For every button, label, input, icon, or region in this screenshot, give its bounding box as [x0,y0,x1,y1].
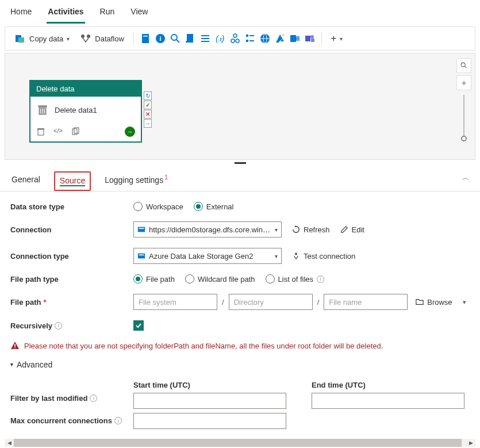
zoom-handle[interactable] [461,136,467,141]
connection-type-label: Connection type [10,252,133,261]
activity-toolbar: Copy data ▾ Dataflow i (𝑥) + ▾ [5,26,475,51]
info-icon[interactable]: i [90,395,97,402]
tasks-icon[interactable] [244,33,256,44]
svg-rect-42 [138,254,145,259]
teams-icon[interactable] [304,33,316,44]
panel-tab-source[interactable]: Source [60,176,85,186]
delete-icon[interactable] [36,127,45,136]
notebook-icon[interactable] [140,33,151,44]
script-icon[interactable] [185,33,196,44]
chevron-down-icon: ▾ [10,361,13,367]
browse-button[interactable]: Browse [416,298,452,307]
pipeline-canvas[interactable]: Delete data Delete data1 </> → ↻ ✓ ✕ → + [5,53,475,160]
warning-message: Please note that you are not specifying … [10,341,470,350]
chevron-down-icon: ▾ [340,36,343,42]
connection-type-dropdown[interactable]: Azure Data Lake Storage Gen2 ▾ [133,248,282,264]
start-time-label: Start time (UTC) [133,381,286,389]
svg-rect-45 [14,347,16,349]
svg-rect-24 [290,35,296,42]
dataflow-icon [80,33,91,44]
zoom-search-button[interactable] [456,58,471,73]
toolbar-separator [133,32,134,45]
svg-point-3 [87,35,90,38]
datalake-icon [137,252,145,260]
code-icon[interactable]: </> [53,127,63,136]
svg-rect-17 [246,35,248,37]
copy-icon[interactable] [71,127,80,136]
globe-icon[interactable] [259,33,271,44]
test-connection-button[interactable]: Test connection [292,252,355,261]
directory-input[interactable] [229,294,313,310]
azure-icon[interactable] [274,33,286,44]
source-tab-highlight: Source [54,171,91,191]
radio-file-path[interactable]: File path [133,274,175,284]
handle-success-icon[interactable]: ✓ [144,101,152,109]
source-settings-form: Data store type Workspace External Conne… [0,192,480,443]
recursively-checkbox[interactable] [133,320,144,331]
radio-external[interactable]: External [194,202,234,211]
data-store-type-label: Data store type [10,202,133,211]
copy-data-icon [14,33,26,44]
list-icon[interactable] [199,33,211,44]
top-tab-view[interactable]: View [129,5,149,24]
activity-delete-data[interactable]: Delete data Delete data1 </> → [29,80,142,143]
run-icon[interactable]: → [125,127,135,137]
zoom-slider[interactable] [463,95,464,139]
zoom-in-button[interactable]: + [456,75,471,90]
top-tab-activities[interactable]: Activities [47,5,85,24]
svg-rect-5 [143,36,148,37]
start-time-input[interactable] [133,393,286,409]
refresh-button[interactable]: Refresh [292,225,330,234]
recursively-label: Recursively i [10,321,133,330]
chevron-down-icon[interactable]: ▾ [463,298,466,306]
handle-fail-icon[interactable]: ✕ [144,110,152,118]
horizontal-scrollbar[interactable]: ◀ ▶ [5,439,475,447]
end-time-input[interactable] [312,393,464,409]
advanced-toggle[interactable]: ▾ Advanced [10,360,52,369]
trash-icon [36,104,49,116]
max-connections-input[interactable] [133,413,286,429]
scrollbar-thumb[interactable] [14,439,462,447]
svg-point-2 [81,35,85,38]
handle-completion-icon[interactable]: → [144,119,152,128]
svg-point-8 [171,35,177,40]
info-icon[interactable]: i [55,322,62,330]
svg-point-16 [233,34,237,37]
edit-button[interactable]: Edit [340,225,364,234]
file-name-input[interactable] [324,294,408,310]
dataflow-button[interactable]: Dataflow [76,30,128,47]
svg-rect-25 [296,36,299,41]
info-circle-icon[interactable]: i [155,33,166,44]
info-icon[interactable]: i [317,275,324,283]
radio-workspace[interactable]: Workspace [133,202,183,211]
scroll-right-button[interactable]: ▶ [466,439,475,447]
svg-point-27 [310,35,314,39]
chevron-down-icon: ▾ [275,253,278,259]
scroll-left-button[interactable]: ◀ [5,439,14,447]
panel-tab-logging[interactable]: Logging settings1 [103,172,169,190]
top-tab-run[interactable]: Run [99,5,116,24]
outlook-icon[interactable] [289,33,301,44]
svg-rect-41 [139,228,144,229]
webhook-icon[interactable] [229,33,241,44]
radio-wildcard[interactable]: Wildcard file path [185,274,255,284]
connection-dropdown[interactable]: https://didem0storage.dfs.core.wind... ▾ [133,221,282,238]
panel-collapse-button[interactable]: ︿ [462,173,470,183]
handle-skip-icon[interactable]: ↻ [144,91,152,100]
radio-list-of-files[interactable]: List of filesi [266,274,324,284]
svg-rect-11 [201,35,209,36]
top-tab-home[interactable]: Home [9,5,33,24]
panel-tab-general[interactable]: General [10,173,41,190]
svg-rect-18 [249,35,254,36]
panel-resize-handle[interactable] [0,160,480,166]
end-time-label: End time (UTC) [312,381,464,389]
file-system-input[interactable] [133,294,217,310]
copy-data-button[interactable]: Copy data ▾ [11,30,73,47]
variable-icon[interactable]: (𝑥) [214,33,226,44]
search-icon[interactable] [170,33,181,44]
svg-text:i: i [159,35,161,42]
info-icon[interactable]: i [114,417,122,424]
svg-rect-1 [18,37,24,43]
add-activity-button[interactable]: + ▾ [328,31,346,46]
activity-name: Delete data1 [55,106,97,114]
